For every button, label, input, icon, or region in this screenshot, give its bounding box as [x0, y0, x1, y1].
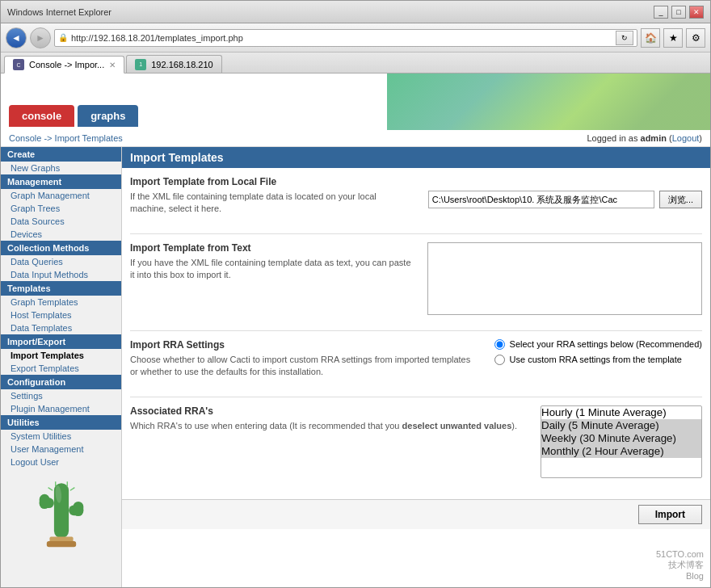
logout-link[interactable]: Logout [672, 133, 700, 143]
title-bar: Windows Internet Explorer _ □ ✕ [1, 1, 710, 23]
section-associated-rra: Associated RRA's Which RRA's to use when… [130, 405, 702, 478]
watermark-line2: 技术博客 [656, 559, 704, 571]
textarea-container [427, 242, 702, 317]
svg-rect-6 [46, 541, 75, 547]
import-button[interactable]: Import [638, 505, 702, 524]
section4-title: Associated RRA's [130, 405, 524, 417]
sidebar-item-data-sources[interactable]: Data Sources [1, 215, 121, 228]
radio-recommended[interactable]: Select your RRA settings below (Recommen… [494, 339, 702, 350]
file-input-row: 浏览... [428, 191, 702, 208]
sidebar-item-import-templates[interactable]: Import Templates [1, 349, 121, 362]
cactus-icon [29, 468, 94, 549]
radio-custom[interactable]: Use custom RRA settings from the templat… [494, 355, 702, 365]
tab2-label: 192.168.18.210 [151, 60, 212, 69]
sidebar-item-devices[interactable]: Devices [1, 228, 121, 241]
section4-bold: deselect unwanted values [402, 421, 512, 430]
console-tab-label: console [22, 110, 61, 122]
radio-recommended-label: Select your RRA settings below (Recommen… [510, 339, 702, 349]
address-bar: 🔒 ↻ [54, 29, 637, 47]
section3-desc: Choose whether to allow Cacti to import … [130, 354, 478, 379]
sidebar-item-new-graphs[interactable]: New Graphs [1, 162, 121, 174]
close-button[interactable]: ✕ [689, 6, 704, 19]
sidebar: Create New Graphs Management Graph Manag… [1, 147, 122, 587]
content-title: Import Templates [130, 151, 224, 164]
sidebar-item-graph-management[interactable]: Graph Management [1, 189, 121, 202]
sidebar-import-export-header: Import/Export [1, 334, 121, 349]
svg-line-9 [69, 488, 74, 491]
rra-list[interactable]: Hourly (1 Minute Average) Daily (5 Minut… [541, 405, 702, 478]
template-text-input[interactable] [427, 242, 702, 315]
section1-title: Import Template from Local File [130, 176, 702, 187]
rra-option-hourly[interactable]: Hourly (1 Minute Average) [541, 406, 701, 419]
graphs-tab[interactable]: graphs [78, 105, 138, 127]
content-body: Import Template from Local File If the X… [122, 168, 710, 499]
app-nav-tabs: console graphs [9, 105, 138, 127]
refresh-button[interactable]: ↻ [616, 31, 633, 45]
tab1-close[interactable]: ✕ [109, 61, 116, 69]
rra-option-daily[interactable]: Daily (5 Minute Average) [541, 419, 701, 432]
svg-rect-4 [73, 502, 83, 516]
forward-button[interactable]: ► [30, 27, 51, 48]
favorites-button[interactable]: ★ [663, 28, 683, 48]
main-layout: Create New Graphs Management Graph Manag… [1, 147, 710, 587]
section-from-text: Import Template from Text If you have th… [130, 242, 702, 317]
maximize-button[interactable]: □ [671, 6, 686, 19]
svg-line-7 [48, 488, 52, 491]
content-header: Import Templates [122, 147, 710, 168]
sidebar-item-data-queries[interactable]: Data Queries [1, 255, 121, 268]
rra-option-monthly[interactable]: Monthly (2 Hour Average) [541, 445, 701, 458]
section3-title: Import RRA Settings [130, 339, 478, 351]
sidebar-item-data-templates[interactable]: Data Templates [1, 321, 121, 334]
tab1-label: Console -> Impor... [29, 60, 104, 69]
sidebar-item-data-input-methods[interactable]: Data Input Methods [1, 268, 121, 281]
content-area: Import Templates Import Template from Lo… [122, 147, 710, 587]
console-tab[interactable]: console [9, 105, 74, 127]
section2-title: Import Template from Text [130, 242, 411, 254]
back-button[interactable]: ◄ [6, 27, 27, 48]
sidebar-item-host-templates[interactable]: Host Templates [1, 309, 121, 321]
rra-option-weekly[interactable]: Weekly (30 Minute Average) [541, 432, 701, 445]
svg-rect-2 [39, 494, 49, 509]
home-button[interactable]: 🏠 [641, 28, 660, 48]
tab-2[interactable]: 1 192.168.18.210 [126, 55, 221, 73]
settings-button[interactable]: ⚙ [686, 28, 705, 48]
divider-2 [130, 330, 702, 331]
browser-content-area: console graphs Console -> Import Templat… [1, 74, 710, 587]
graphs-tab-label: graphs [90, 110, 125, 122]
breadcrumb: Console -> Import Templates [9, 133, 123, 143]
logged-in-label: Logged in as [587, 133, 637, 143]
logged-in-info: Logged in as admin (Logout) [587, 133, 702, 143]
sidebar-item-settings[interactable]: Settings [1, 389, 121, 402]
sidebar-item-graph-templates[interactable]: Graph Templates [1, 296, 121, 309]
section2-desc: If you have the XML file containing temp… [130, 257, 411, 282]
page-content: console graphs Console -> Import Templat… [1, 74, 710, 587]
section4-desc: Which RRA's to use when entering data (I… [130, 420, 524, 432]
sidebar-templates-header: Templates [1, 281, 121, 296]
sidebar-collection-header: Collection Methods [1, 241, 121, 255]
sidebar-item-graph-trees[interactable]: Graph Trees [1, 202, 121, 215]
sidebar-item-logout-user[interactable]: Logout User [1, 456, 121, 468]
file-path-input[interactable] [428, 191, 654, 208]
sidebar-item-user-management[interactable]: User Management [1, 443, 121, 456]
address-input[interactable] [71, 33, 612, 43]
breadcrumb-home-link[interactable]: Console [9, 133, 41, 143]
radio-recommended-input[interactable] [494, 339, 505, 350]
rra-list-container: Hourly (1 Minute Average) Daily (5 Minut… [541, 405, 702, 478]
sidebar-configuration-header: Configuration [1, 375, 121, 389]
sidebar-logo [1, 468, 121, 565]
browse-button[interactable]: 浏览... [659, 191, 702, 208]
radio-custom-input[interactable] [494, 355, 505, 365]
tab-1[interactable]: C Console -> Impor... ✕ [4, 56, 124, 74]
username: admin [641, 133, 667, 143]
sidebar-item-plugin-management[interactable]: Plugin Management [1, 402, 121, 415]
section-rra-settings: Import RRA Settings Choose whether to al… [130, 339, 702, 384]
header-background [387, 74, 710, 130]
sidebar-item-export-templates[interactable]: Export Templates [1, 362, 121, 375]
browser-tabs: C Console -> Impor... ✕ 1 192.168.18.210 [1, 52, 710, 74]
rra-radio-group: Select your RRA settings below (Recommen… [494, 339, 702, 365]
sidebar-item-system-utilities[interactable]: System Utilities [1, 430, 121, 443]
minimize-button[interactable]: _ [654, 6, 668, 19]
divider-3 [130, 397, 702, 397]
section-local-file: Import Template from Local File If the X… [130, 176, 702, 220]
tab2-favicon: 1 [135, 59, 146, 70]
